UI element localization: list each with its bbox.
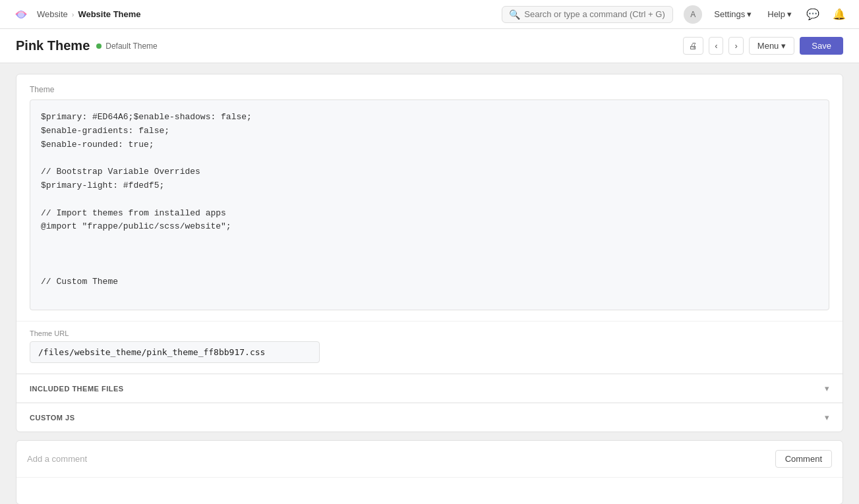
status-dot <box>96 43 102 49</box>
print-button[interactable]: 🖨 <box>683 37 703 55</box>
navbar-right: A Settings ▾ Help ▾ 💬 🔔 <box>684 5 848 24</box>
included-theme-files-section[interactable]: INCLUDED THEME FILES ▾ <box>16 374 843 403</box>
custom-js-label: CUSTOM JS <box>30 414 74 422</box>
navbar: Website › Website Theme 🔍 A Settings ▾ H… <box>0 0 859 29</box>
included-files-chevron-icon: ▾ <box>825 383 829 393</box>
search-bar[interactable]: 🔍 <box>502 6 673 23</box>
breadcrumb-parent2[interactable]: Website Theme <box>78 9 140 19</box>
page-actions: 🖨 ‹ › Menu ▾ Save <box>683 37 843 55</box>
avatar: A <box>684 5 702 24</box>
theme-code-section: Theme $primary: #ED64A6;$enable-shadows:… <box>16 74 843 321</box>
settings-chevron-icon: ▾ <box>747 9 752 19</box>
theme-url-label: Theme URL <box>30 329 829 337</box>
chat-icon-button[interactable]: 💬 <box>804 5 822 23</box>
included-theme-files-label: INCLUDED THEME FILES <box>30 385 124 393</box>
comment-bottom <box>16 478 843 504</box>
search-icon: 🔍 <box>509 9 520 20</box>
app-logo <box>11 4 32 25</box>
custom-js-chevron-icon: ▾ <box>825 412 829 422</box>
help-button[interactable]: Help ▾ <box>763 7 796 22</box>
next-button[interactable]: › <box>728 37 743 55</box>
main-content: Theme $primary: #ED64A6;$enable-shadows:… <box>0 63 859 504</box>
comment-card: Add a comment Comment <box>16 440 843 504</box>
notification-icon-button[interactable]: 🔔 <box>830 5 848 23</box>
theme-code-editor[interactable]: $primary: #ED64A6;$enable-shadows: false… <box>30 99 829 310</box>
settings-button[interactable]: Settings ▾ <box>710 7 755 22</box>
theme-form-card: Theme $primary: #ED64A6;$enable-shadows:… <box>16 74 843 432</box>
comment-button[interactable]: Comment <box>775 450 832 468</box>
help-chevron-icon: ▾ <box>787 9 792 19</box>
prev-button[interactable]: ‹ <box>709 37 723 55</box>
custom-js-section[interactable]: CUSTOM JS ▾ <box>16 403 843 432</box>
theme-section-label: Theme <box>30 85 829 94</box>
comment-placeholder[interactable]: Add a comment <box>27 454 87 464</box>
status-label: Default Theme <box>105 42 158 51</box>
page-title: Pink Theme <box>16 38 90 53</box>
breadcrumb-chevron1: › <box>72 11 74 18</box>
search-input[interactable] <box>524 9 666 19</box>
menu-button[interactable]: Menu ▾ <box>749 37 795 55</box>
menu-chevron-icon: ▾ <box>781 41 786 51</box>
theme-url-value: /files/website_theme/pink_theme_ff8bb917… <box>30 341 320 363</box>
theme-url-section: Theme URL /files/website_theme/pink_them… <box>16 321 843 374</box>
status-badge: Default Theme <box>96 42 158 51</box>
comment-input-row: Add a comment Comment <box>16 441 843 478</box>
save-button[interactable]: Save <box>800 37 843 55</box>
page-header: Pink Theme Default Theme 🖨 ‹ › Menu ▾ Sa… <box>0 29 859 63</box>
svg-point-1 <box>18 11 24 18</box>
breadcrumb: Website › Website Theme <box>37 9 141 19</box>
breadcrumb-parent1[interactable]: Website <box>37 9 68 19</box>
